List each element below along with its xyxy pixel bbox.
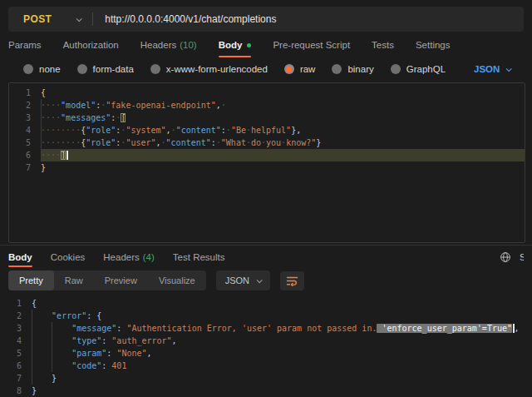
radio-icon bbox=[77, 64, 87, 74]
method-label: POST bbox=[23, 13, 52, 25]
tab-label: Headers bbox=[140, 40, 176, 50]
tab-label: Cookies bbox=[51, 252, 86, 262]
view-tab-visualize[interactable]: Visualize bbox=[148, 270, 206, 290]
tab-label: Test Results bbox=[173, 252, 225, 262]
tab-label: Authorization bbox=[63, 40, 119, 50]
radio-icon bbox=[284, 64, 294, 74]
tab-cookies[interactable]: Cookies bbox=[51, 246, 86, 268]
radio-icon bbox=[332, 64, 342, 74]
radio-label: GraphQL bbox=[406, 64, 446, 74]
body-type-graphql[interactable]: GraphQL bbox=[391, 64, 446, 74]
response-format-label: JSON bbox=[225, 275, 249, 285]
status-text-clipped: S bbox=[520, 252, 524, 262]
response-view-tabs: PrettyRawPreviewVisualize bbox=[8, 270, 206, 290]
tab-tests[interactable]: Tests bbox=[372, 32, 394, 58]
radio-label: binary bbox=[347, 64, 373, 74]
line-number: 1 bbox=[0, 297, 22, 310]
tab-label: Settings bbox=[416, 40, 451, 50]
tab-body[interactable]: Body bbox=[8, 246, 32, 268]
url-input[interactable]: http://0.0.0.0:4000/v1/chat/completions bbox=[105, 13, 524, 25]
divider bbox=[92, 12, 93, 26]
body-type-selector: noneform-datax-www-form-urlencodedrawbin… bbox=[0, 58, 532, 80]
method-selector[interactable]: POST bbox=[8, 13, 81, 25]
modified-dot bbox=[247, 43, 251, 47]
view-tab-preview[interactable]: Preview bbox=[94, 270, 148, 290]
view-tab-raw[interactable]: Raw bbox=[54, 270, 94, 290]
response-format-dropdown[interactable]: JSON bbox=[216, 270, 270, 290]
code-line: 1{ bbox=[0, 297, 532, 310]
line-number: 7 bbox=[0, 372, 22, 385]
radio-label: none bbox=[39, 64, 61, 74]
code-line: 5 "param": "None", bbox=[0, 347, 532, 360]
code-line: 3····"messages":·[ bbox=[9, 112, 525, 124]
response-code-lines: 1{2 "error": {3 "message": "Authenticati… bbox=[0, 297, 532, 397]
body-type-raw[interactable]: raw bbox=[284, 64, 316, 74]
line-number: 2 bbox=[9, 99, 31, 112]
body-type-binary[interactable]: binary bbox=[332, 64, 373, 74]
tab-label: Tests bbox=[372, 40, 394, 50]
tab-settings[interactable]: Settings bbox=[416, 32, 451, 58]
tab-headers[interactable]: Headers(10) bbox=[140, 32, 197, 58]
line-number: 7 bbox=[9, 161, 31, 174]
line-number: 8 bbox=[0, 385, 22, 397]
request-code-lines: 1{2····"model":·"fake-openai-endpoint",·… bbox=[9, 87, 525, 174]
line-number: 4 bbox=[9, 124, 31, 136]
line-number: 6 bbox=[9, 149, 31, 161]
code-line: 5········{"role":·"user",·"content":·"Wh… bbox=[9, 136, 525, 149]
line-number: 5 bbox=[9, 136, 31, 149]
line-number: 5 bbox=[0, 347, 22, 360]
radio-label: x-www-form-urlencoded bbox=[166, 64, 268, 74]
tab-headers[interactable]: Headers(4) bbox=[103, 246, 155, 268]
radio-icon bbox=[23, 64, 33, 74]
body-type-none[interactable]: none bbox=[23, 64, 61, 74]
app-root: POST http://0.0.0.0:4000/v1/chat/complet… bbox=[0, 7, 532, 397]
tab-label: Pre-request Script bbox=[273, 40, 350, 50]
code-line: 8} bbox=[0, 385, 532, 397]
indent-guide bbox=[41, 99, 42, 161]
code-line: 1{ bbox=[9, 87, 525, 99]
view-tab-pretty[interactable]: Pretty bbox=[8, 270, 54, 290]
code-line: 4········{"role":·"system",·"content":·"… bbox=[9, 124, 525, 136]
line-number: 3 bbox=[0, 322, 22, 335]
wrap-text-button[interactable] bbox=[280, 271, 304, 290]
indent-guide bbox=[32, 310, 32, 385]
tab-count-badge: (10) bbox=[180, 40, 196, 50]
code-line: 7} bbox=[9, 161, 525, 174]
line-number: 3 bbox=[9, 112, 31, 124]
tab-label: Params bbox=[8, 40, 42, 50]
tab-authorization[interactable]: Authorization bbox=[63, 32, 119, 58]
line-number: 4 bbox=[0, 335, 22, 347]
code-line: 4 "type": "auth_error", bbox=[0, 335, 532, 347]
line-number: 6 bbox=[0, 360, 22, 372]
code-line: 6 "code": 401 bbox=[0, 360, 532, 372]
chevron-down-icon bbox=[257, 277, 263, 283]
body-type-form-data[interactable]: form-data bbox=[77, 64, 134, 74]
code-line: 7 } bbox=[0, 372, 532, 385]
code-line: 2····"model":·"fake-openai-endpoint",· bbox=[9, 99, 525, 112]
request-body-editor[interactable]: 1{2····"model":·"fake-openai-endpoint",·… bbox=[8, 82, 525, 243]
radio-label: raw bbox=[300, 64, 316, 74]
tab-count-badge: (4) bbox=[143, 252, 155, 262]
code-line: 3 "message": "Authentication Error, 'use… bbox=[0, 322, 532, 335]
tab-body[interactable]: Body bbox=[219, 32, 252, 58]
tab-label: Body bbox=[219, 40, 243, 50]
tab-pre-request-script[interactable]: Pre-request Script bbox=[273, 32, 350, 58]
tab-test-results[interactable]: Test Results bbox=[173, 246, 225, 268]
response-header-right: S bbox=[500, 246, 524, 268]
radio-label: form-data bbox=[93, 64, 134, 74]
tab-label: Headers bbox=[103, 252, 139, 262]
tab-params[interactable]: Params bbox=[8, 32, 42, 58]
request-tabs: ParamsAuthorizationHeaders(10)BodyPre-re… bbox=[0, 32, 532, 58]
body-format-dropdown[interactable]: JSON bbox=[474, 64, 510, 74]
tab-label: Body bbox=[8, 252, 32, 262]
radio-icon bbox=[391, 64, 401, 74]
code-line: 2 "error": { bbox=[0, 310, 532, 322]
globe-icon[interactable] bbox=[500, 251, 511, 263]
response-body-viewer[interactable]: 1{2 "error": {3 "message": "Authenticati… bbox=[0, 293, 532, 397]
wrap-text-icon bbox=[286, 275, 298, 286]
response-header: BodyCookiesHeaders(4)Test Results S bbox=[0, 246, 532, 268]
code-line: 6····] bbox=[9, 149, 525, 161]
body-type-x-www-form-urlencoded[interactable]: x-www-form-urlencoded bbox=[150, 64, 268, 74]
chevron-down-icon bbox=[506, 66, 512, 72]
text-caret bbox=[66, 151, 68, 160]
